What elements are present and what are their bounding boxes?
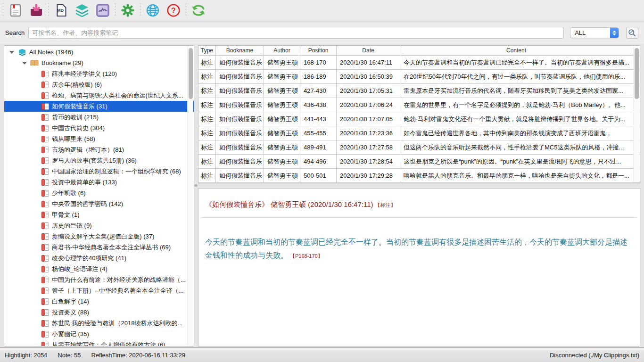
tree-item-book[interactable]: 新编说文解字大全集(超值白金版) (37)	[4, 231, 194, 242]
cell-author: 储智勇王硕	[264, 84, 300, 98]
refresh-sync-icon	[191, 4, 206, 17]
table-row[interactable]: 标注 如何假装懂音乐 储智勇王硕 168-170 2020/1/30 16:47…	[198, 56, 640, 70]
toolbar-button-layers[interactable]	[74, 2, 90, 18]
tree-item-book[interactable]: 从零开始学写作：个人增值的有效方法 (6)	[4, 339, 194, 346]
table-row[interactable]: 标注 如何假装懂音乐 储智勇王硕 436-438 2020/1/30 17:06…	[198, 98, 640, 112]
table-row[interactable]: 标注 如何假装懂音乐 储智勇王硕 494-496 2020/1/30 17:28…	[198, 155, 640, 169]
sidebar-scrollbar[interactable]	[187, 46, 193, 346]
table-header-cell[interactable]: Content	[400, 46, 640, 55]
cell-type: 标注	[198, 140, 216, 154]
table-row[interactable]: 标注 如何假装懂音乐 储智勇王硕 186-189 2020/1/30 16:50…	[198, 70, 640, 84]
book-icon	[41, 288, 49, 294]
book-icon	[41, 298, 49, 305]
book-icon	[41, 147, 49, 153]
cell-date: 2020/1/30 17:27:58	[337, 140, 400, 154]
tree-item-label: 甲骨文 (1)	[52, 211, 80, 219]
toolbar-button-export[interactable]	[28, 2, 44, 18]
book-icon	[41, 103, 49, 110]
tree-item-book[interactable]: 甲骨文 (1)	[4, 209, 194, 220]
tree-item-book[interactable]: 货币的教训 (215)	[4, 112, 194, 123]
sidebar-scrollbar-thumb[interactable]	[189, 48, 193, 99]
book-icon	[41, 212, 49, 218]
tree-item-book[interactable]: 杨伯峻_论语译注 (4)	[4, 263, 194, 274]
table-scrollbar[interactable]	[633, 46, 639, 182]
tree-item-book[interactable]: 市场的逻辑（增订本）(81)	[4, 144, 194, 155]
toolbar-button-markdown[interactable]: MD	[53, 2, 69, 18]
cell-content: 雷鬼原本是牙买加流行音乐的代名词，随着牙买加移民到了英美之类的发达国家...	[400, 84, 640, 98]
splitter-handle-icon	[194, 184, 198, 187]
tree-item-book[interactable]: 中国古代简史 (304)	[4, 123, 194, 133]
tree-item-label: 中国古代简史 (304)	[52, 124, 105, 132]
table-header-cell[interactable]: Bookname	[216, 46, 264, 55]
table-row[interactable]: 标注 如何假装懂音乐 储智勇王硕 489-491 2020/1/30 17:27…	[198, 140, 640, 155]
search-input[interactable]	[28, 27, 564, 39]
table-row[interactable]: 标注 如何假装懂音乐 储智勇王硕 500-501 2020/1/30 17:29…	[198, 169, 640, 183]
toolbar-button-notes[interactable]	[8, 2, 24, 18]
cell-bookname: 如何假装懂音乐	[216, 84, 264, 98]
book-icon	[41, 157, 49, 164]
cell-position: 168-170	[300, 56, 337, 69]
table-row[interactable]: 标注 如何假装懂音乐 储智勇王硕 455-455 2020/1/30 17:23…	[198, 126, 640, 140]
table-scrollbar-thumb[interactable]	[635, 48, 639, 99]
panel-splitter[interactable]	[198, 183, 640, 188]
tree-item-book[interactable]: 中国国家治理的制度逻辑：一个组织学研究 (68)	[4, 166, 194, 177]
toolbar-button-stats[interactable]	[95, 2, 111, 18]
tree-item-label: 管子（上下册）--中华经典名著全本全注全译（...	[52, 287, 184, 295]
book-icon	[41, 179, 49, 186]
tree-item-book[interactable]: 改变心理学的40项研究 (41)	[4, 253, 194, 263]
tree-item-all-notes[interactable]: All Notes (1946)	[4, 47, 194, 58]
tree-item-book[interactable]: 小窗幽记 (35)	[4, 329, 194, 339]
tree-item-book[interactable]: 罗马人的故事(套装共15册) (36)	[4, 155, 194, 166]
cell-date: 2020/1/30 16:47:11	[337, 56, 400, 69]
tree-item-book[interactable]: 庆余年(精校版) (6)	[4, 79, 194, 90]
tree-item-label: 白鱼解字 (14)	[52, 297, 89, 306]
help-icon: ?	[166, 3, 181, 17]
table-row[interactable]: 标注 如何假装懂音乐 储智勇王硕 441-443 2020/1/30 17:07…	[198, 112, 640, 126]
cell-bookname: 如何假装懂音乐	[216, 140, 264, 154]
book-icon	[41, 190, 49, 197]
tree-item-book[interactable]: 中国为什么有前途：对外经济关系的战略潜能（...	[4, 274, 194, 285]
gear-icon	[121, 4, 134, 17]
tree-item-label: 苏世民:我的经验与教训（2018读桥水达利欧的...	[52, 319, 182, 328]
toolbar-button-settings[interactable]	[120, 2, 136, 18]
table-header-cell[interactable]: Date	[337, 46, 400, 55]
disclosure-triangle-icon[interactable]	[9, 51, 14, 54]
tree-item-bookname[interactable]: Bookname (29)	[4, 58, 194, 68]
select-stepper-icon	[610, 28, 619, 38]
cell-content: 在20世纪50年代到70年代之间，有过一类乐队，叫节奏蓝调乐队，他们使用的乐..…	[400, 70, 640, 83]
cell-author: 储智勇王硕	[264, 98, 300, 112]
book-icon	[41, 114, 49, 121]
table-row[interactable]: 标注 如何假装懂音乐 储智勇王硕 427-430 2020/1/30 17:05…	[198, 84, 640, 98]
tree-item-book[interactable]: 枪炮、病菌与钢铁:人类社会的命运(世纪人文系...	[4, 90, 194, 101]
detail-type-tag: 【标注】	[375, 202, 396, 208]
tree-item-book[interactable]: 历史的巨镜 (9)	[4, 220, 194, 231]
table-header-cell[interactable]: Author	[264, 46, 300, 55]
stats-chart-icon	[96, 4, 109, 17]
tree-item-book[interactable]: 投资要义 (88)	[4, 307, 194, 318]
search-button[interactable]	[626, 27, 638, 39]
filter-select[interactable]: ALL	[570, 27, 619, 38]
tree-item-book[interactable]: 如何假装懂音乐 (31)	[4, 101, 194, 112]
tree-item-book[interactable]: 钱从哪里来 (58)	[4, 133, 194, 144]
tree-item-book[interactable]: 薛兆丰经济学讲义 (120)	[4, 68, 194, 79]
table-header-cell[interactable]: Position	[300, 46, 337, 55]
tree-item-book[interactable]: 中央帝国的哲学密码 (142)	[4, 198, 194, 209]
notes-collection-icon	[18, 49, 26, 56]
tree-item-book[interactable]: 苏世民:我的经验与教训（2018读桥水达利欧的...	[4, 318, 194, 329]
sidebar-book-list: 薛兆丰经济学讲义 (120) 庆余年(精校版) (6) 枪炮、病菌与钢铁:人类社…	[4, 68, 194, 346]
tree-item-label: 中国为什么有前途：对外经济关系的战略潜能（...	[52, 276, 186, 284]
toolbar-button-refresh[interactable]	[190, 2, 206, 18]
cell-position: 427-430	[300, 84, 337, 98]
tree-item-book[interactable]: 少年凯歌 (6)	[4, 188, 194, 198]
tree-item-book[interactable]: 投资中最简单的事 (133)	[4, 177, 194, 188]
tree-item-book[interactable]: 管子（上下册）--中华经典名著全本全注全译（...	[4, 285, 194, 296]
book-icon	[41, 233, 49, 240]
tree-item-book[interactable]: 白鱼解字 (14)	[4, 296, 194, 307]
toolbar-button-web[interactable]	[145, 2, 161, 18]
cell-author: 储智勇王硕	[264, 70, 300, 83]
table-header-cell[interactable]: Type	[198, 46, 216, 55]
tree-item-book[interactable]: 商君书-中华经典名著全本全注全译丛书 (69)	[4, 242, 194, 253]
tree-item-label: All Notes (1946)	[29, 49, 73, 56]
disclosure-triangle-icon[interactable]	[22, 62, 27, 65]
toolbar-button-help[interactable]: ?	[165, 2, 182, 18]
